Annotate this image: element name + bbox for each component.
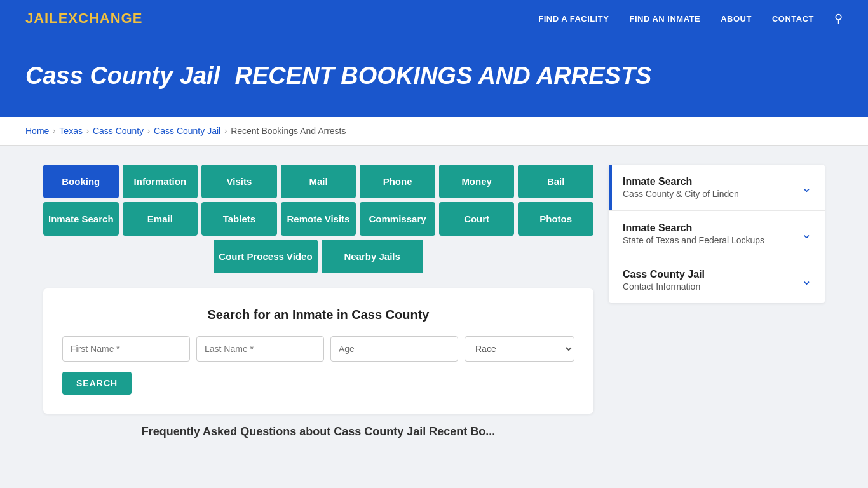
right-sidebar: Inmate Search Cass County & City of Lind…: [609, 165, 825, 303]
left-column: Booking Information Visits Mail Phone Mo…: [43, 165, 593, 438]
tab-information[interactable]: Information: [123, 165, 198, 198]
tab-court[interactable]: Court: [439, 202, 515, 236]
logo-exchange: EXCHANGE: [58, 10, 143, 26]
page-title-main: Cass County Jail: [25, 62, 220, 89]
search-submit-button[interactable]: SEARCH: [62, 372, 132, 395]
logo-jail: JAIL: [25, 10, 58, 26]
search-form-row: Race White Black Hispanic Asian Other: [62, 336, 574, 362]
breadcrumb-texas[interactable]: Texas: [59, 126, 83, 136]
breadcrumb-sep-2: ›: [86, 126, 89, 135]
nav-contact[interactable]: CONTACT: [772, 14, 814, 24]
search-heading: Search for an Inmate in Cass County: [62, 308, 574, 322]
nav-find-inmate[interactable]: FIND AN INMATE: [629, 14, 700, 24]
race-select[interactable]: Race White Black Hispanic Asian Other: [465, 336, 574, 362]
tab-nearby-jails[interactable]: Nearby Jails: [322, 240, 423, 273]
sidebar-item-1-sub: Cass County & City of Linden: [623, 189, 739, 199]
tabs-row2: Inmate Search Email Tablets Remote Visit…: [43, 202, 593, 236]
page-title-sub: RECENT BOOKINGS AND ARRESTS: [235, 62, 652, 89]
chevron-down-icon-3: ⌄: [801, 273, 812, 288]
tab-phone[interactable]: Phone: [360, 165, 435, 198]
breadcrumb-sep-1: ›: [53, 126, 55, 135]
nav-links: FIND A FACILITY FIND AN INMATE ABOUT CON…: [538, 11, 843, 25]
tab-remote-visits[interactable]: Remote Visits: [281, 202, 356, 236]
tab-mail[interactable]: Mail: [281, 165, 356, 198]
breadcrumb: Home › Texas › Cass County › Cass County…: [25, 126, 843, 136]
tab-booking[interactable]: Booking: [43, 165, 119, 198]
sidebar-item-3-left: Cass County Jail Contact Information: [623, 269, 705, 292]
breadcrumb-sep-3: ›: [147, 126, 150, 135]
tab-court-process-video[interactable]: Court Process Video: [214, 240, 317, 273]
sidebar-item-1-left: Inmate Search Cass County & City of Lind…: [623, 176, 739, 199]
breadcrumb-current: Recent Bookings And Arrests: [231, 126, 346, 136]
tab-commissary[interactable]: Commissary: [360, 202, 435, 236]
sidebar-item-3-sub: Contact Information: [623, 281, 705, 292]
faq-preview-heading: Frequently Asked Questions about Cass Co…: [43, 425, 593, 438]
sidebar-item-3[interactable]: Cass County Jail Contact Information ⌄: [609, 257, 825, 303]
sidebar-item-2-title: Inmate Search: [623, 222, 764, 234]
main-content: Booking Information Visits Mail Phone Mo…: [18, 146, 850, 458]
chevron-down-icon-2: ⌄: [801, 226, 812, 241]
tab-visits[interactable]: Visits: [201, 165, 277, 198]
search-icon-button[interactable]: ⚲: [834, 11, 843, 25]
breadcrumb-sep-4: ›: [224, 126, 227, 135]
first-name-input[interactable]: [62, 336, 190, 362]
sidebar-item-wrapper-1: Inmate Search Cass County & City of Lind…: [609, 165, 825, 211]
navbar: JAILEXCHANGE FIND A FACILITY FIND AN INM…: [0, 0, 868, 37]
sidebar-item-2-left: Inmate Search State of Texas and Federal…: [623, 222, 764, 245]
age-input[interactable]: [330, 336, 458, 362]
hero-section: Cass County Jail RECENT BOOKINGS AND ARR…: [0, 37, 868, 117]
breadcrumb-bar: Home › Texas › Cass County › Cass County…: [0, 117, 868, 146]
breadcrumb-cass-county[interactable]: Cass County: [93, 126, 144, 136]
logo[interactable]: JAILEXCHANGE: [25, 10, 142, 27]
last-name-input[interactable]: [196, 336, 324, 362]
sidebar-card: Inmate Search Cass County & City of Lind…: [609, 165, 825, 303]
breadcrumb-cass-county-jail[interactable]: Cass County Jail: [154, 126, 220, 136]
nav-about[interactable]: ABOUT: [721, 14, 752, 24]
sidebar-item-2-sub: State of Texas and Federal Lockups: [623, 235, 764, 245]
sidebar-item-1[interactable]: Inmate Search Cass County & City of Lind…: [609, 165, 825, 210]
tab-photos[interactable]: Photos: [518, 202, 593, 236]
sidebar-item-1-title: Inmate Search: [623, 176, 739, 187]
sidebar-item-wrapper-3: Cass County Jail Contact Information ⌄: [609, 257, 825, 303]
tabs-row1: Booking Information Visits Mail Phone Mo…: [43, 165, 593, 198]
breadcrumb-home[interactable]: Home: [25, 126, 49, 136]
tab-money[interactable]: Money: [439, 165, 515, 198]
chevron-down-icon-1: ⌄: [801, 180, 812, 195]
sidebar-item-3-title: Cass County Jail: [623, 269, 705, 280]
nav-find-facility[interactable]: FIND A FACILITY: [538, 14, 609, 24]
page-title: Cass County Jail RECENT BOOKINGS AND ARR…: [25, 60, 843, 90]
inmate-search-box: Search for an Inmate in Cass County Race…: [43, 288, 593, 414]
tab-tablets[interactable]: Tablets: [201, 202, 277, 236]
tab-email[interactable]: Email: [123, 202, 198, 236]
sidebar-item-wrapper-2: Inmate Search State of Texas and Federal…: [609, 211, 825, 257]
tab-inmate-search[interactable]: Inmate Search: [43, 202, 119, 236]
tab-bail[interactable]: Bail: [518, 165, 593, 198]
sidebar-item-2[interactable]: Inmate Search State of Texas and Federal…: [609, 211, 825, 257]
tabs-row3: Court Process Video Nearby Jails: [43, 240, 593, 273]
sidebar-blue-bar-1: [609, 165, 612, 210]
